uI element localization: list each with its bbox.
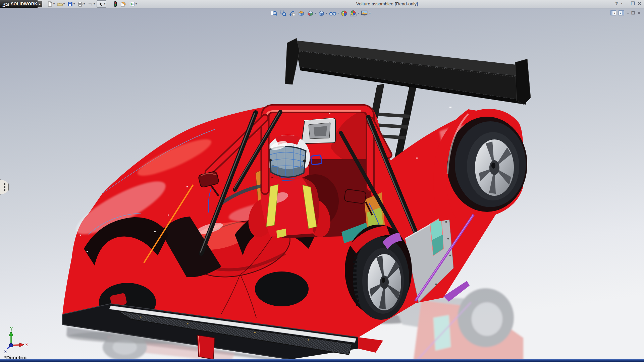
dropdown-arrow-icon[interactable]: ▾ xyxy=(315,12,316,15)
hide-show-items-button[interactable]: ▾ xyxy=(329,10,339,17)
pane-toggle-left-button[interactable]: ◂ xyxy=(610,10,616,15)
dropdown-arrow-icon[interactable]: ▾ xyxy=(53,3,55,5)
open-button[interactable]: ▾ xyxy=(56,1,65,7)
previous-view-icon xyxy=(288,10,296,17)
apply-scene-icon xyxy=(350,10,357,17)
new-button[interactable]: ▾ xyxy=(46,1,55,7)
dropdown-arrow-icon[interactable]: ▾ xyxy=(326,12,327,15)
solidworks-logo: ƷS SOLIDWORKS xyxy=(0,0,38,8)
doc-restore-button[interactable]: ❐ xyxy=(631,11,635,15)
help-dropdown-arrow-icon[interactable]: ▾ xyxy=(621,2,622,5)
document-window-controls: ◂ ▸ – ❐ ✕ xyxy=(610,10,641,15)
collapse-arrow-icon xyxy=(3,183,5,185)
view-orientation-icon xyxy=(307,10,314,17)
collapse-arrow-icon xyxy=(3,189,5,191)
section-view-icon xyxy=(298,10,305,17)
main-toolbar: ▾ ▾ ▾ ▾ xyxy=(46,0,138,8)
ds-logo-icon: ƷS xyxy=(3,1,9,7)
display-style-button[interactable]: ▾ xyxy=(318,10,327,17)
collapse-arrow-icon xyxy=(3,186,5,188)
driver-helmet[interactable] xyxy=(266,135,310,181)
zoom-to-fit-button[interactable] xyxy=(270,10,278,17)
apply-scene-button[interactable]: ▾ xyxy=(350,10,359,17)
window-controls: ? ▾ – ❐ ✕ xyxy=(615,1,641,6)
print-button[interactable]: ▾ xyxy=(76,1,86,7)
close-button[interactable]: ✕ xyxy=(638,1,641,6)
window-bottom-edge xyxy=(0,359,644,362)
traffic-light-icon xyxy=(113,1,118,7)
help-button[interactable]: ? xyxy=(615,1,618,6)
pane-toggle-right-button[interactable]: ▸ xyxy=(619,10,624,15)
zoom-fit-icon xyxy=(270,10,278,17)
view-orientation-button[interactable]: ▾ xyxy=(307,10,316,17)
svg-text:X: X xyxy=(25,343,28,347)
menu-flyout-button[interactable]: ▸ xyxy=(38,1,42,7)
options-button[interactable]: ▾ xyxy=(128,1,138,7)
checklist-icon xyxy=(129,1,135,7)
zoom-area-icon xyxy=(279,10,287,17)
undo-button[interactable]: ▾ xyxy=(87,1,96,7)
air-intake-box[interactable] xyxy=(302,118,335,143)
dropdown-arrow-icon[interactable]: ▾ xyxy=(63,3,65,5)
eyeglasses-icon xyxy=(329,10,337,17)
rebuild-button[interactable] xyxy=(112,1,118,7)
dropdown-arrow-icon[interactable]: ▾ xyxy=(369,12,371,15)
dropdown-arrow-icon[interactable]: ▾ xyxy=(84,3,85,5)
appearance-ball-icon xyxy=(340,10,348,17)
select-cursor-icon xyxy=(98,1,104,7)
dropdown-arrow-icon[interactable]: ▾ xyxy=(104,3,105,5)
section-view-button[interactable] xyxy=(298,10,305,17)
dropdown-arrow-icon[interactable]: ▾ xyxy=(94,3,95,5)
view-settings-button[interactable]: ▾ xyxy=(361,10,371,17)
doc-minimize-button[interactable]: – xyxy=(627,11,629,15)
previous-view-button[interactable] xyxy=(288,10,296,17)
restore-button[interactable]: ❐ xyxy=(631,1,635,6)
undo-arrow-icon xyxy=(87,1,93,7)
minimize-button[interactable]: – xyxy=(625,1,628,6)
logo-wordmark: SOLIDWORKS xyxy=(11,2,40,6)
zoom-to-area-button[interactable] xyxy=(279,10,287,17)
title-bar: ƷS SOLIDWORKS ▸ ▾ ▾ ▾ xyxy=(0,0,644,8)
heads-up-view-toolbar: ▾ ▾ ▾ xyxy=(270,10,371,17)
dropdown-arrow-icon[interactable]: ▾ xyxy=(73,3,75,5)
svg-text:Y: Y xyxy=(10,327,13,331)
new-document-icon xyxy=(47,1,53,7)
dropdown-arrow-icon[interactable]: ▾ xyxy=(337,12,339,15)
edit-note-icon xyxy=(120,1,127,7)
front-right-tire[interactable] xyxy=(255,272,309,306)
save-button[interactable]: ▾ xyxy=(66,1,75,7)
doc-close-button[interactable]: ✕ xyxy=(637,11,641,15)
save-floppy-icon xyxy=(67,1,73,7)
appearance-button[interactable] xyxy=(119,1,127,7)
svg-text:Z: Z xyxy=(4,350,7,354)
open-folder-icon xyxy=(57,1,63,7)
graphics-area[interactable]: Y X Z xyxy=(0,8,644,362)
model-view[interactable]: Y X Z xyxy=(0,8,644,362)
print-icon xyxy=(77,1,83,7)
display-style-icon xyxy=(318,10,325,17)
dropdown-arrow-icon[interactable]: ▾ xyxy=(136,3,137,5)
dropdown-arrow-icon[interactable]: ▾ xyxy=(358,12,359,15)
window-title: Voiture assomblee [Read-only] xyxy=(356,1,418,6)
edit-appearance-button[interactable] xyxy=(340,10,348,17)
solidworks-window: Y X Z xyxy=(0,0,644,362)
monitor-icon xyxy=(361,10,369,17)
select-tool-button[interactable]: ▾ xyxy=(97,0,106,8)
